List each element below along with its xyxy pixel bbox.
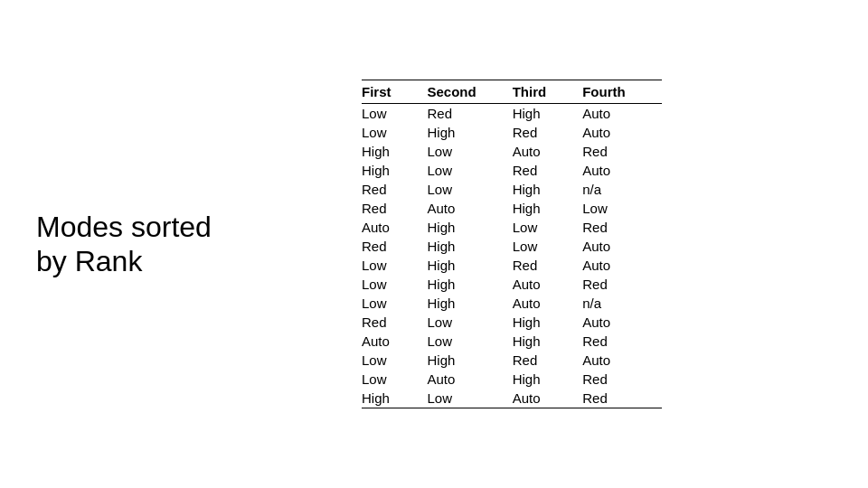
table-row: LowHighRedAuto [362, 256, 662, 275]
table-cell: High [428, 351, 513, 370]
table-cell: Red [513, 123, 583, 142]
table-row: AutoLowHighRed [362, 332, 662, 351]
table-cell: n/a [582, 294, 661, 313]
table-cell: Red [582, 332, 661, 351]
table-cell: Auto [513, 142, 583, 161]
table-cell: Auto [428, 199, 513, 218]
table-cell: High [428, 123, 513, 142]
column-header-first: First [362, 80, 428, 104]
table-row: AutoHighLowRed [362, 218, 662, 237]
table-row: HighLowAutoRed [362, 389, 662, 408]
column-header-fourth: Fourth [582, 80, 661, 104]
table-cell: Auto [582, 161, 661, 180]
table-row: LowAutoHighRed [362, 370, 662, 389]
table-cell: High [513, 180, 583, 199]
table-row: HighLowRedAuto [362, 161, 662, 180]
table-cell: Red [513, 256, 583, 275]
table-cell: n/a [582, 180, 661, 199]
table-cell: Low [362, 370, 428, 389]
table-row: LowHighRedAuto [362, 123, 662, 142]
table-row: RedAutoHighLow [362, 199, 662, 218]
table-cell: Red [362, 180, 428, 199]
table-header-row: FirstSecondThirdFourth [362, 80, 662, 104]
table-row: LowHighAutoRed [362, 275, 662, 294]
table-cell: Low [428, 389, 513, 408]
table-cell: High [428, 218, 513, 237]
table-cell: Low [513, 237, 583, 256]
table-cell: Auto [582, 123, 661, 142]
table-cell: High [513, 370, 583, 389]
table-cell: Auto [582, 104, 661, 124]
table-cell: Low [362, 123, 428, 142]
table-row: RedLowHighAuto [362, 313, 662, 332]
table-cell: Low [362, 275, 428, 294]
column-header-third: Third [513, 80, 583, 104]
table-cell: Red [582, 275, 661, 294]
table-cell: Red [362, 237, 428, 256]
table-cell: High [428, 275, 513, 294]
table-cell: Auto [513, 275, 583, 294]
table-cell: Auto [362, 332, 428, 351]
table-cell: Low [513, 218, 583, 237]
table-cell: Auto [582, 237, 661, 256]
table-row: RedHighLowAuto [362, 237, 662, 256]
title-section: Modes sorted by Rank [0, 210, 253, 279]
table-cell: Red [513, 351, 583, 370]
table-cell: Red [582, 218, 661, 237]
table-cell: High [362, 389, 428, 408]
table-cell: Low [428, 332, 513, 351]
table-cell: Low [428, 161, 513, 180]
table-cell: Auto [582, 313, 661, 332]
table-cell: Red [428, 104, 513, 124]
table-cell: Red [513, 161, 583, 180]
table-cell: High [428, 237, 513, 256]
table-row: LowRedHighAuto [362, 104, 662, 124]
table-cell: Low [428, 180, 513, 199]
table-row: HighLowAutoRed [362, 142, 662, 161]
table-cell: Low [362, 351, 428, 370]
table-cell: High [513, 104, 583, 124]
page-title: Modes sorted by Rank [36, 210, 253, 279]
table-cell: High [513, 199, 583, 218]
table-cell: Low [362, 256, 428, 275]
table-row: LowHighAuton/a [362, 294, 662, 313]
table-cell: High [362, 142, 428, 161]
modes-table: FirstSecondThirdFourth LowRedHighAutoLow… [362, 80, 662, 408]
table-cell: High [513, 332, 583, 351]
table-cell: Red [582, 142, 661, 161]
table-cell: Low [362, 294, 428, 313]
title-line1: Modes sorted [36, 211, 212, 243]
table-cell: High [428, 294, 513, 313]
table-cell: Auto [582, 351, 661, 370]
table-row: LowHighRedAuto [362, 351, 662, 370]
table-cell: Auto [428, 370, 513, 389]
table-cell: Red [362, 313, 428, 332]
page-container: Modes sorted by Rank FirstSecondThirdFou… [0, 0, 868, 488]
table-cell: Low [362, 104, 428, 124]
table-cell: Auto [362, 218, 428, 237]
table-cell: Red [362, 199, 428, 218]
table-section: FirstSecondThirdFourth LowRedHighAutoLow… [253, 80, 868, 408]
table-row: RedLowHighn/a [362, 180, 662, 199]
table-cell: High [428, 256, 513, 275]
table-cell: Auto [513, 389, 583, 408]
table-cell: Auto [513, 294, 583, 313]
table-cell: Red [582, 389, 661, 408]
table-cell: Low [582, 199, 661, 218]
column-header-second: Second [428, 80, 513, 104]
table-cell: Red [582, 370, 661, 389]
table-cell: Low [428, 313, 513, 332]
table-cell: High [362, 161, 428, 180]
table-cell: Auto [582, 256, 661, 275]
table-cell: Low [428, 142, 513, 161]
title-line2: by Rank [36, 245, 142, 277]
table-cell: High [513, 313, 583, 332]
